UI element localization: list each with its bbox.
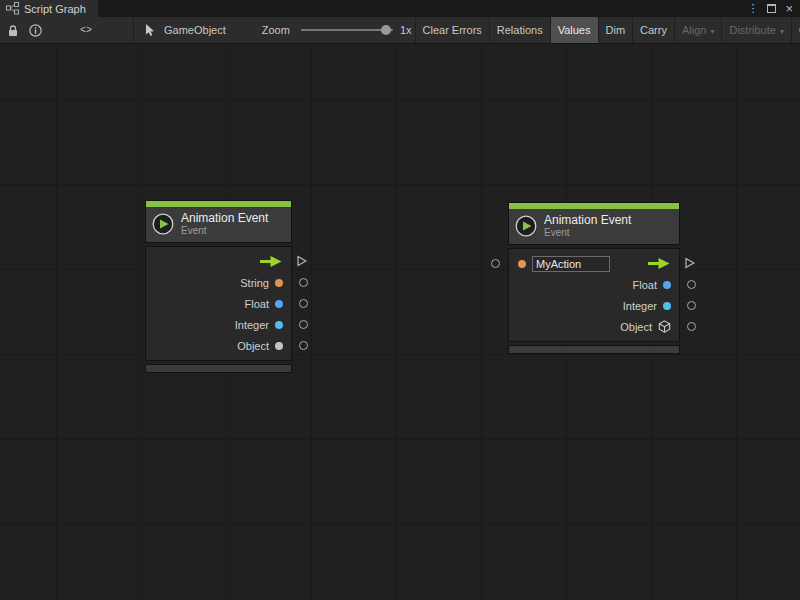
- tab-script-graph[interactable]: Script Graph: [0, 0, 98, 17]
- tab-label: Script Graph: [24, 3, 86, 15]
- node-title: Animation Event: [181, 211, 268, 225]
- name-input-row: [509, 253, 679, 274]
- flow-arrow-icon: [646, 257, 671, 270]
- port-row-object: Object: [509, 316, 679, 337]
- port-label: Float: [245, 298, 269, 310]
- zoom-slider-handle[interactable]: [381, 25, 391, 35]
- name-input-port[interactable]: [491, 259, 500, 268]
- zoom-slider-track[interactable]: [301, 29, 393, 31]
- flow-arrow-icon: [258, 255, 283, 268]
- node-header-block[interactable]: Animation Event Event: [145, 200, 292, 243]
- values-button[interactable]: Values: [550, 17, 598, 43]
- overview-button[interactable]: Overview: [791, 17, 800, 43]
- lock-icon[interactable]: [2, 17, 24, 43]
- relations-button[interactable]: Relations: [489, 17, 550, 43]
- float-type-dot: [663, 281, 671, 289]
- event-play-icon: [515, 215, 537, 237]
- float-output-port[interactable]: [687, 280, 696, 289]
- align-dropdown[interactable]: Align: [674, 17, 721, 43]
- zoom-slider[interactable]: [301, 17, 393, 43]
- port-row-float: Float: [509, 274, 679, 295]
- string-output-port[interactable]: [299, 278, 308, 287]
- integer-type-dot: [663, 302, 671, 310]
- string-type-dot: [518, 260, 526, 268]
- integer-output-port[interactable]: [687, 301, 696, 310]
- flow-output-port[interactable]: [685, 257, 695, 269]
- gameobject-icon: [139, 17, 161, 43]
- port-label: Float: [633, 279, 657, 291]
- flow-output-port[interactable]: [297, 255, 307, 267]
- script-graph-icon: [6, 2, 19, 15]
- object-output-port[interactable]: [299, 341, 308, 350]
- gameobject-label[interactable]: GameObject: [161, 17, 229, 43]
- port-row-float: Float: [146, 293, 291, 314]
- node-body: Float Integer Object: [508, 248, 680, 342]
- node-subtitle: Event: [181, 225, 268, 237]
- graph-toolbar: <> GameObject Zoom 1x Clear Errors Relat…: [0, 17, 800, 44]
- maximize-icon[interactable]: [767, 4, 776, 13]
- node-animation-event-2[interactable]: Animation Event Event: [508, 202, 680, 354]
- menu-icon[interactable]: ⋮: [747, 3, 758, 14]
- flow-output-row: [146, 251, 291, 272]
- code-icon[interactable]: <>: [75, 17, 97, 43]
- window-titlebar: Script Graph ⋮ ×: [0, 0, 800, 17]
- node-footer: [145, 364, 292, 373]
- zoom-label: Zoom: [259, 17, 293, 43]
- carry-button[interactable]: Carry: [632, 17, 674, 43]
- cube-icon: [658, 320, 671, 333]
- port-row-string: String: [146, 272, 291, 293]
- port-label: Object: [237, 340, 269, 352]
- integer-output-port[interactable]: [299, 320, 308, 329]
- port-row-object: Object: [146, 335, 291, 356]
- info-icon[interactable]: [24, 17, 47, 43]
- event-play-icon: [152, 213, 174, 235]
- object-type-dot: [275, 342, 283, 350]
- node-subtitle: Event: [544, 227, 631, 239]
- node-title: Animation Event: [544, 213, 631, 227]
- port-label: Integer: [235, 319, 269, 331]
- float-type-dot: [275, 300, 283, 308]
- port-label: Integer: [623, 300, 657, 312]
- port-label: Object: [620, 321, 652, 333]
- titlebar-controls: ⋮ ×: [747, 0, 800, 17]
- distribute-dropdown[interactable]: Distribute: [721, 17, 790, 43]
- node-footer: [508, 345, 680, 354]
- graph-canvas[interactable]: Animation Event Event: [0, 44, 800, 600]
- node-body: String Float Integer Object: [145, 246, 292, 361]
- clear-errors-button[interactable]: Clear Errors: [415, 17, 489, 43]
- string-type-dot: [275, 279, 283, 287]
- close-icon[interactable]: ×: [785, 2, 793, 15]
- action-name-field[interactable]: [532, 256, 610, 272]
- node-header[interactable]: Animation Event Event: [509, 209, 679, 244]
- toolbar-separator: [133, 17, 134, 43]
- node-header-block[interactable]: Animation Event Event: [508, 202, 680, 245]
- node-animation-event-1[interactable]: Animation Event Event: [145, 200, 292, 373]
- port-label: String: [240, 277, 269, 289]
- zoom-value: 1x: [397, 17, 415, 43]
- integer-type-dot: [275, 321, 283, 329]
- float-output-port[interactable]: [299, 299, 308, 308]
- dim-button[interactable]: Dim: [598, 17, 633, 43]
- port-row-integer: Integer: [146, 314, 291, 335]
- object-output-port[interactable]: [687, 322, 696, 331]
- port-row-integer: Integer: [509, 295, 679, 316]
- node-header[interactable]: Animation Event Event: [146, 207, 291, 242]
